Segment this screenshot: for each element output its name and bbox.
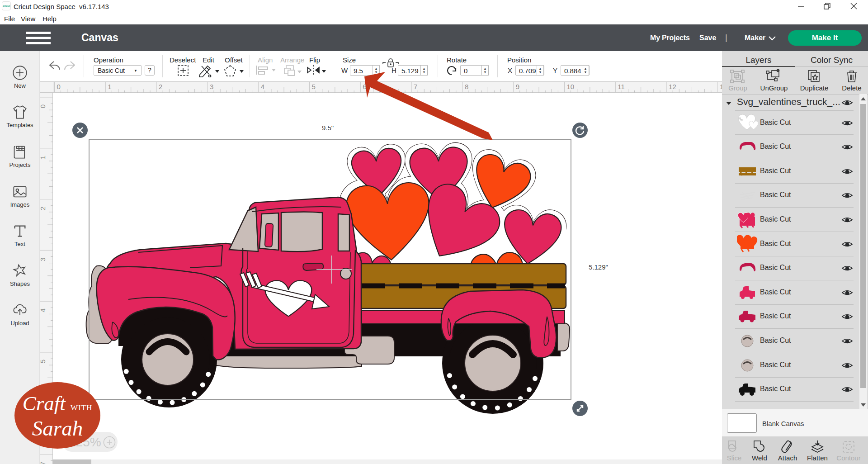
svg-text:1: 1 [108, 83, 111, 90]
svg-text:3: 3 [40, 257, 47, 261]
svg-text:2: 2 [40, 207, 47, 210]
svg-text:5: 5 [40, 360, 47, 363]
svg-text:12: 12 [669, 83, 676, 90]
svg-text:4: 4 [40, 308, 47, 312]
svg-text:0: 0 [40, 104, 47, 108]
svg-text:6: 6 [363, 83, 366, 90]
svg-text:0: 0 [57, 83, 61, 90]
svg-text:3: 3 [210, 83, 213, 90]
svg-text:8: 8 [465, 83, 468, 90]
svg-text:4: 4 [261, 83, 264, 90]
svg-text:5: 5 [312, 83, 316, 90]
svg-text:11: 11 [618, 83, 625, 90]
svg-text:7: 7 [40, 462, 47, 464]
svg-text:1: 1 [40, 156, 47, 159]
svg-text:9: 9 [516, 83, 519, 90]
svg-text:7: 7 [414, 83, 417, 90]
svg-text:2: 2 [159, 83, 162, 90]
svg-text:10: 10 [567, 83, 575, 90]
